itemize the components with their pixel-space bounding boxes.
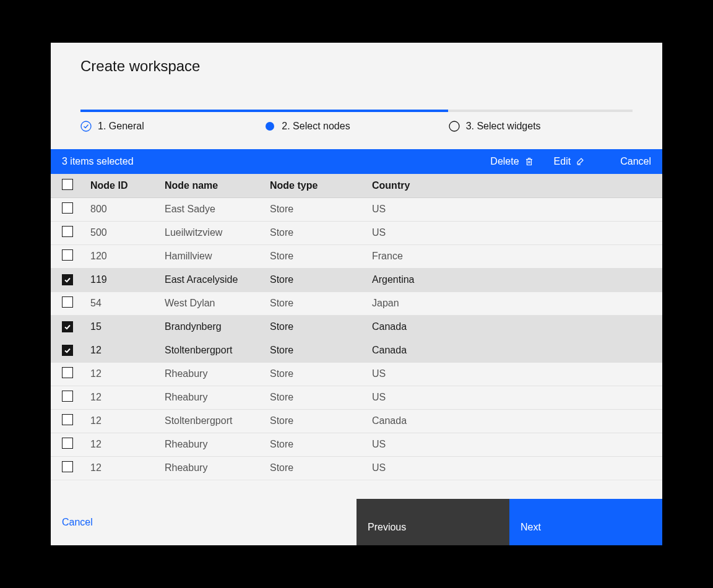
edit-label: Edit: [554, 156, 571, 167]
upcoming-step-icon: [449, 121, 460, 132]
node-type-cell: Store: [262, 221, 365, 244]
previous-button[interactable]: Previous: [356, 499, 509, 545]
node-type-cell: Store: [262, 433, 365, 456]
row-checkbox[interactable]: [62, 226, 73, 237]
svg-point-2: [449, 121, 459, 131]
table-row[interactable]: 12RheaburyStoreUS: [51, 433, 662, 456]
batch-action-bar: 3 items selected Delete Edit Cancel: [51, 149, 662, 174]
country-cell: US: [365, 456, 662, 480]
progress-fill: [80, 110, 448, 112]
node-id-cell: 500: [83, 221, 157, 244]
node-id-cell: 12: [83, 409, 157, 433]
node-type-cell: Store: [262, 362, 365, 386]
row-checkbox[interactable]: [62, 438, 73, 449]
node-id-cell: 12: [83, 386, 157, 409]
selection-summary: 3 items selected: [62, 156, 134, 167]
row-checkbox[interactable]: [62, 321, 73, 332]
step-select-widgets[interactable]: 3. Select widgets: [449, 121, 633, 132]
edit-button[interactable]: Edit: [544, 149, 596, 174]
country-cell: US: [365, 362, 662, 386]
delete-button[interactable]: Delete: [480, 149, 543, 174]
svg-point-0: [81, 121, 91, 131]
current-step-icon: [264, 121, 275, 132]
node-id-cell: 15: [83, 315, 157, 339]
country-cell: Japan: [365, 292, 662, 315]
country-cell: US: [365, 197, 662, 221]
svg-point-1: [266, 122, 274, 131]
row-checkbox[interactable]: [62, 461, 73, 472]
table-row[interactable]: 15BrandynbergStoreCanada: [51, 315, 662, 339]
table-row[interactable]: 800East SadyeStoreUS: [51, 197, 662, 221]
col-header-country[interactable]: Country: [365, 174, 662, 197]
col-header-node-name[interactable]: Node name: [157, 174, 262, 197]
step-list: 1. General 2. Select nodes 3. Select wid…: [80, 112, 633, 149]
node-type-cell: Store: [262, 339, 365, 362]
page-title: Create workspace: [80, 58, 633, 75]
row-checkbox[interactable]: [62, 296, 73, 308]
step-select-nodes[interactable]: 2. Select nodes: [264, 121, 448, 132]
edit-icon: [576, 157, 586, 166]
node-type-cell: Store: [262, 292, 365, 315]
node-id-cell: 119: [83, 268, 157, 292]
trash-icon: [524, 157, 534, 166]
node-name-cell: Hamillview: [157, 244, 262, 268]
node-id-cell: 12: [83, 362, 157, 386]
table-row[interactable]: 12RheaburyStoreUS: [51, 456, 662, 480]
table-row[interactable]: 500LueilwitzviewStoreUS: [51, 221, 662, 244]
table-row[interactable]: 54West DylanStoreJapan: [51, 292, 662, 315]
step-general[interactable]: 1. General: [80, 121, 264, 132]
country-cell: Canada: [365, 315, 662, 339]
row-checkbox[interactable]: [62, 249, 73, 261]
table-row[interactable]: 12StoltenbergportStoreCanada: [51, 339, 662, 362]
node-id-cell: 54: [83, 292, 157, 315]
node-type-cell: Store: [262, 268, 365, 292]
wizard-footer: Cancel Previous Next: [51, 499, 662, 545]
node-id-cell: 12: [83, 339, 157, 362]
country-cell: US: [365, 433, 662, 456]
country-cell: US: [365, 221, 662, 244]
create-workspace-modal: Create workspace 1. General: [51, 43, 662, 545]
node-table: Node ID Node name Node type Country 800E…: [51, 174, 662, 480]
row-checkbox[interactable]: [62, 345, 73, 356]
select-all-checkbox[interactable]: [62, 179, 73, 190]
node-type-cell: Store: [262, 244, 365, 268]
progress-section: 1. General 2. Select nodes 3. Select wid…: [51, 75, 662, 149]
node-name-cell: West Dylan: [157, 292, 262, 315]
node-type-cell: Store: [262, 409, 365, 433]
row-checkbox[interactable]: [62, 274, 73, 285]
country-cell: Canada: [365, 409, 662, 433]
step-label: 2. Select nodes: [282, 121, 350, 132]
node-name-cell: East Sadye: [157, 197, 262, 221]
batch-cancel-button[interactable]: Cancel: [610, 149, 651, 174]
next-button[interactable]: Next: [509, 499, 662, 545]
node-id-cell: 120: [83, 244, 157, 268]
table-row[interactable]: 12RheaburyStoreUS: [51, 386, 662, 409]
node-name-cell: Rheabury: [157, 433, 262, 456]
row-checkbox[interactable]: [62, 367, 73, 378]
table-row[interactable]: 12StoltenbergportStoreCanada: [51, 409, 662, 433]
step-label: 1. General: [98, 121, 144, 132]
country-cell: Argentina: [365, 268, 662, 292]
country-cell: France: [365, 244, 662, 268]
cancel-button[interactable]: Cancel: [51, 499, 123, 545]
table-header-row: Node ID Node name Node type Country: [51, 174, 662, 197]
row-checkbox[interactable]: [62, 414, 73, 425]
node-name-cell: Stoltenbergport: [157, 409, 262, 433]
node-name-cell: Rheabury: [157, 386, 262, 409]
node-name-cell: Brandynberg: [157, 315, 262, 339]
col-header-node-type[interactable]: Node type: [262, 174, 365, 197]
row-checkbox[interactable]: [62, 391, 73, 402]
progress-bar: [80, 110, 633, 112]
node-id-cell: 800: [83, 197, 157, 221]
table-row[interactable]: 119East AracelysideStoreArgentina: [51, 268, 662, 292]
node-name-cell: Stoltenbergport: [157, 339, 262, 362]
table-row[interactable]: 120HamillviewStoreFrance: [51, 244, 662, 268]
node-type-cell: Store: [262, 386, 365, 409]
table-row[interactable]: 12RheaburyStoreUS: [51, 362, 662, 386]
row-checkbox[interactable]: [62, 202, 73, 214]
node-name-cell: Lueilwitzview: [157, 221, 262, 244]
node-name-cell: Rheabury: [157, 456, 262, 480]
node-type-cell: Store: [262, 197, 365, 221]
node-name-cell: Rheabury: [157, 362, 262, 386]
col-header-node-id[interactable]: Node ID: [83, 174, 157, 197]
